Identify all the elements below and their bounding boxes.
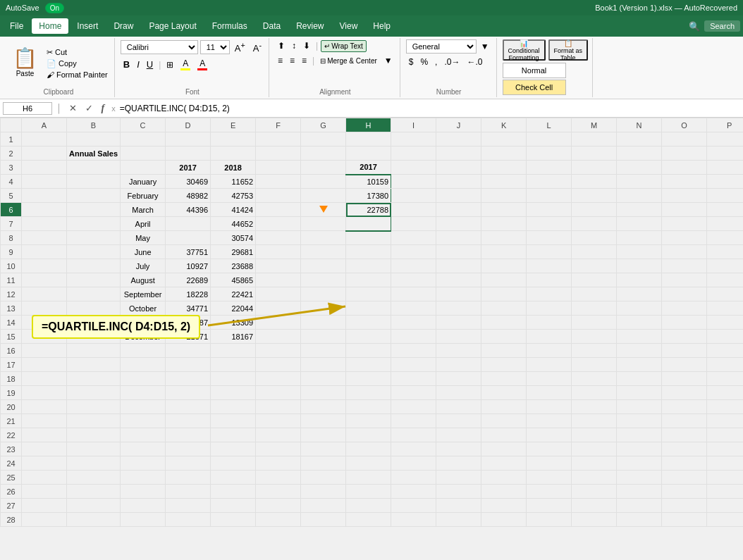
table-cell[interactable] [22,316,67,330]
check-cell-button[interactable]: Check Cell [503,80,566,95]
table-cell[interactable] [256,499,301,513]
table-cell[interactable] [572,217,617,231]
format-painter-button[interactable]: 🖌 Format Painter [44,70,110,80]
table-cell[interactable] [527,287,572,301]
table-cell[interactable] [572,428,617,442]
row-number[interactable]: 1 [1,132,22,147]
row-number[interactable]: 5 [1,189,22,203]
table-cell[interactable] [346,358,391,372]
table-cell[interactable] [166,428,211,442]
table-cell[interactable] [572,273,617,287]
table-cell[interactable] [121,386,166,400]
table-cell[interactable] [211,386,256,400]
table-cell[interactable] [22,344,67,358]
table-cell[interactable] [572,316,617,330]
table-cell[interactable] [391,400,436,414]
table-cell[interactable] [22,259,67,273]
table-cell[interactable]: 42753 [211,189,256,203]
table-cell[interactable] [211,400,256,414]
table-cell[interactable] [346,259,391,273]
table-cell[interactable] [707,372,743,386]
table-cell[interactable] [707,386,743,400]
table-cell[interactable] [67,330,121,344]
table-cell[interactable] [572,386,617,400]
table-cell[interactable] [211,147,256,161]
table-cell[interactable] [527,273,572,287]
table-cell[interactable] [481,189,527,203]
table-cell[interactable]: 22788 [346,203,391,217]
table-cell[interactable] [617,471,662,485]
table-cell[interactable] [301,189,346,203]
row-number[interactable]: 16 [1,344,22,358]
table-cell[interactable] [572,287,617,301]
table-cell[interactable] [211,456,256,471]
table-cell[interactable] [67,132,121,147]
table-cell[interactable] [166,217,211,231]
table-cell[interactable] [346,273,391,287]
row-number[interactable]: 3 [1,161,22,175]
table-cell[interactable] [707,499,743,513]
table-cell[interactable] [166,499,211,513]
table-cell[interactable] [617,372,662,386]
table-cell[interactable] [391,259,436,273]
table-cell[interactable] [346,147,391,161]
table-cell[interactable]: 10927 [166,259,211,273]
table-cell[interactable] [572,189,617,203]
table-cell[interactable] [481,203,527,217]
table-cell[interactable] [707,147,743,161]
table-cell[interactable] [481,245,527,259]
table-cell[interactable] [617,203,662,217]
table-cell[interactable] [436,372,481,386]
col-header-e[interactable]: E [211,118,256,132]
table-cell[interactable]: 13309 [211,316,256,330]
wrap-text-button[interactable]: ↵ Wrap Text [321,40,367,52]
table-cell[interactable] [707,471,743,485]
table-cell[interactable] [707,358,743,372]
table-cell[interactable] [662,499,707,513]
table-cell[interactable] [121,442,166,456]
font-shrink-button[interactable]: A- [250,39,264,55]
table-cell[interactable] [67,372,121,386]
table-cell[interactable] [527,245,572,259]
border-button[interactable]: ⊞ [164,58,176,71]
row-number[interactable]: 6 [1,203,22,217]
table-cell[interactable] [391,428,436,442]
table-cell[interactable] [617,386,662,400]
table-cell[interactable] [707,189,743,203]
table-cell[interactable] [436,245,481,259]
table-cell[interactable] [481,147,527,161]
table-cell[interactable] [572,485,617,499]
table-cell[interactable] [527,203,572,217]
table-cell[interactable] [617,273,662,287]
table-cell[interactable] [527,147,572,161]
table-cell[interactable] [256,330,301,344]
table-cell[interactable] [67,428,121,442]
table-cell[interactable] [436,175,481,189]
table-cell[interactable] [572,513,617,527]
table-cell[interactable] [707,231,743,245]
table-cell[interactable] [121,499,166,513]
table-cell[interactable] [707,217,743,231]
search-input[interactable]: Search [704,20,740,32]
merge-center-button[interactable]: ⊟ Merge & Center [317,56,380,66]
table-cell[interactable] [166,471,211,485]
table-cell[interactable] [256,231,301,245]
table-cell[interactable] [211,499,256,513]
table-cell[interactable] [707,400,743,414]
name-box[interactable] [3,102,52,115]
table-cell[interactable] [256,301,301,316]
table-cell[interactable] [436,147,481,161]
table-cell[interactable] [22,287,67,301]
col-header-l[interactable]: L [527,118,572,132]
table-cell[interactable] [67,513,121,527]
table-cell[interactable] [166,132,211,147]
table-cell[interactable] [481,273,527,287]
table-cell[interactable] [256,287,301,301]
row-number[interactable]: 8 [1,231,22,245]
table-cell[interactable] [436,471,481,485]
table-cell[interactable] [121,358,166,372]
cancel-formula-button[interactable]: ✕ [66,101,80,115]
table-cell[interactable] [481,301,527,316]
row-number[interactable]: 14 [1,316,22,330]
table-cell[interactable] [301,273,346,287]
